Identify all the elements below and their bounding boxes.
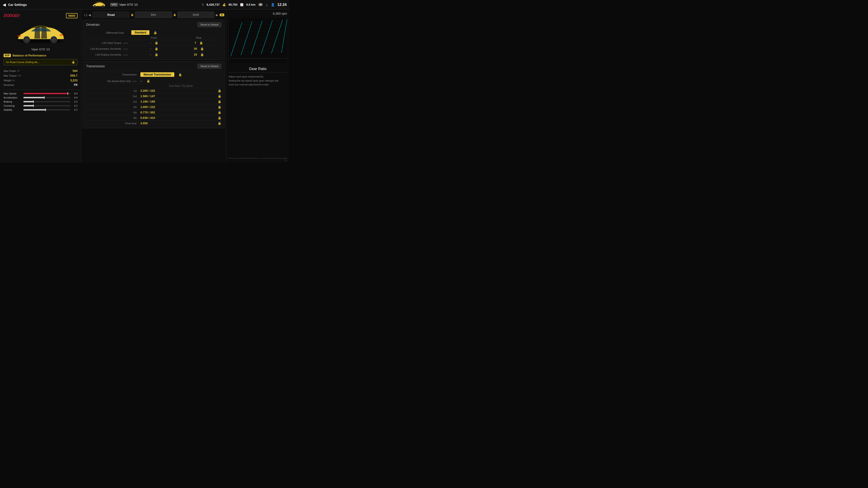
manual-transmission-badge[interactable]: Manual Transmission (141, 72, 174, 77)
drivetrain-reset-button[interactable]: Reset to Default (197, 22, 221, 27)
lsd-accel-label: LSD Acceleration Sensitivity Level (86, 47, 131, 50)
gear-num-1: 2nd (86, 95, 141, 98)
car-image (13, 23, 68, 44)
tab-arrow-left[interactable]: L1 ◀ (83, 13, 92, 17)
lsd-brake-rear: 15 🔒 (176, 53, 221, 56)
svg-rect-7 (60, 34, 63, 36)
drivetrain-section: Drivetrain Reset to Default Differential… (83, 20, 225, 60)
tab-road[interactable]: Road (92, 11, 130, 18)
weight-row: Weight lbs. 3,223 (4, 78, 78, 83)
drivetrain-row: Drivetrain FR (4, 83, 78, 87)
bar-number-2: 2.1 (72, 100, 78, 103)
drivetrain-label: Drivetrain (4, 84, 14, 86)
svg-rect-8 (18, 35, 20, 37)
lsd-brake-front: -- 🔒 (131, 53, 176, 56)
svg-point-4 (102, 6, 103, 6)
rpm-display: 6,300 rpm (228, 12, 287, 15)
gear-lock-0: 🔒 (218, 89, 221, 92)
gear-num-3: 4th (86, 106, 141, 108)
bar-tick-2 (33, 100, 34, 103)
weight-value: 3,223 (70, 78, 78, 82)
gear-row-4th: 4th1.000 / 232🔒 (86, 104, 221, 109)
bop-notice[interactable]: for Road Course (Setting dis... 🔒 (4, 59, 78, 65)
gear-row-1st: 1st2.260 / 102🔒 (86, 88, 221, 93)
bar-track-4 (24, 109, 70, 110)
top-speed-row: Top Speed (Auto Set) km/h -- 🔒 (86, 78, 221, 84)
standard-badge[interactable]: Standard (131, 30, 149, 35)
trend-icon: 📈 (240, 3, 243, 6)
bar-fill-2 (24, 101, 33, 102)
brand-logo-row: DODGE// N600 (4, 13, 78, 18)
lsd-initial-front: -- 🔒 (131, 41, 176, 44)
diff-gear-row: Differential Gear Standard 🔒 (86, 29, 221, 36)
lsd-initial-label: LSD Initial Torque Level (86, 41, 131, 44)
bop-tag: BOP (4, 54, 11, 57)
gear-value-0: 2.260 / 102 (141, 89, 214, 92)
transmission-header: Transmission Reset to Default (86, 64, 221, 69)
transmission-reset-button[interactable]: Reset to Default (197, 64, 221, 69)
tab-drift[interactable]: Drift (177, 11, 215, 18)
gear-num-5: 6th (86, 117, 141, 119)
svg-point-2 (94, 6, 95, 6)
bar-number-1: 4.4 (72, 96, 78, 99)
lsd-brake-rear-lock: 🔒 (200, 53, 204, 56)
lsd-accel-rear: 30 🔒 (176, 47, 221, 51)
bar-label-2: Braking (4, 100, 22, 103)
gear-lock-4: 🔒 (218, 111, 221, 114)
r1-badge: R1 (220, 13, 224, 16)
gear-value-5: 0.630 / 410 (141, 116, 214, 120)
transmission-type-label: Transmission (86, 73, 141, 76)
diff-lock-icon: 🔒 (153, 31, 157, 34)
bar-number-4: 4.7 (72, 108, 78, 111)
stats-section: Max Power HP 594 Max Torque ft-lb 558.7 … (4, 68, 78, 87)
bar-stat-row-braking: Braking2.1 (4, 100, 78, 104)
tab-dirt[interactable]: Dirt (135, 11, 172, 18)
bar-tick-4 (45, 108, 46, 111)
distance-value: 0.0 km (246, 3, 255, 6)
tab-arrow-right[interactable]: ▶ (215, 13, 219, 17)
n-badge: N600 (110, 3, 118, 6)
left-sidebar: DODGE// N600 (0, 9, 81, 163)
bar-track-3 (24, 105, 70, 106)
bar-stats-section: Max Speed9.4Acceleration4.4Braking2.1Cor… (4, 92, 78, 112)
gear-ratio-description: Adjust each gear independently. Setting … (228, 75, 287, 87)
gear-value-3: 1.000 / 232 (141, 105, 214, 109)
final-gear-label: Final Gear (86, 122, 141, 125)
max-torque-label: Max Torque ft-lb (4, 74, 21, 77)
transfer-icon: ⇅ (202, 3, 204, 6)
max-torque-value: 558.7 (70, 74, 78, 77)
lsd-initial-rear: 7 🔒 (176, 41, 221, 44)
bar-track-1 (24, 97, 70, 98)
gear-num-0: 1st (86, 90, 141, 92)
bar-stat-row-stability: Stability4.7 (4, 108, 78, 112)
top-bar-stats: ⇅ 8,429,737 💰 95,793 📈 0.0 km 48 △ 👤 12:… (202, 3, 287, 7)
lsd-initial-rear-lock: 🔒 (199, 41, 203, 44)
ps-icon: △ (266, 3, 268, 6)
bar-fill-4 (24, 109, 45, 110)
back-button[interactable]: ◀ (3, 2, 6, 7)
lsd-initial-row: LSD Initial Torque Level -- 🔒 7 🔒 (86, 40, 221, 46)
svg-point-14 (53, 39, 55, 40)
credits-value: 8,429,737 (207, 3, 220, 6)
lsd-initial-front-lock: 🔒 (155, 41, 158, 44)
top-speed-value: -- (141, 79, 143, 83)
bar-number-0: 9.4 (72, 92, 78, 95)
bar-number-3: 2.1 (72, 104, 78, 107)
main-content[interactable]: L1 ◀ Road 🔒 Dirt 🔒 Drift ▶ R1 Drivetrain… (81, 9, 226, 163)
gear-val-container-4: 0.770 / 302🔒 (141, 111, 221, 114)
bar-label-1: Acceleration (4, 96, 22, 99)
n600-badge: N600 (66, 13, 78, 18)
transmission-section: Transmission Reset to Default Transmissi… (83, 61, 225, 128)
gear-num-4: 5th (86, 111, 141, 114)
bar-stat-row-cornering: Cornering2.1 (4, 104, 78, 108)
bar-stat-row-acceleration: Acceleration4.4 (4, 96, 78, 100)
final-gear-lock: 🔒 (218, 122, 221, 125)
bar-stat-row-max-speed: Max Speed9.4 (4, 92, 78, 96)
bar-track-2 (24, 101, 70, 102)
drivetrain-header: Drivetrain Reset to Default (86, 22, 221, 27)
car-thumbnail (91, 1, 107, 8)
gear-num-2: 3rd (86, 100, 141, 103)
bop-notice-text: for Road Course (Setting dis... (6, 61, 39, 64)
top-bar: ◀ Car Settings N600 Viper GTS '13 ⇅ 8,42… (0, 0, 289, 9)
bar-label-3: Cornering (4, 104, 22, 107)
